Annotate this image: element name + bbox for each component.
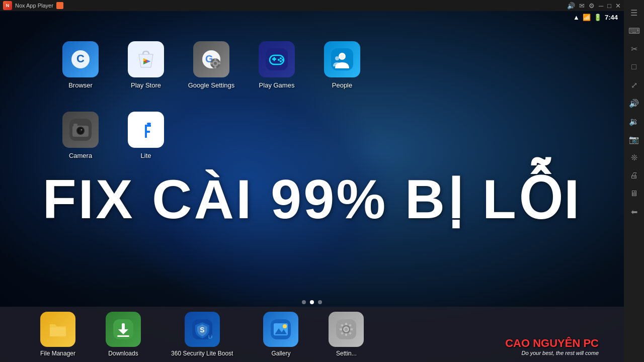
gallery-label: Gallery bbox=[271, 350, 290, 357]
wifi-icon: ▲ bbox=[573, 14, 580, 21]
sidebar-display-icon[interactable]: 🖥 bbox=[625, 185, 642, 202]
downloads-label: Downloads bbox=[108, 350, 138, 357]
sidebar-volume-low-icon[interactable]: 🔉 bbox=[625, 113, 642, 130]
playstore-label: Play Store bbox=[131, 81, 161, 89]
sidebar-menu-icon[interactable]: ☰ bbox=[625, 4, 642, 21]
svg-rect-55 bbox=[345, 333, 347, 336]
volume-icon[interactable]: 🔊 bbox=[567, 2, 575, 10]
sidebar-print-icon[interactable]: 🖨 bbox=[625, 167, 642, 184]
svg-rect-32 bbox=[73, 124, 77, 126]
dock-360security[interactable]: S Lite 360 Security Lite Boost bbox=[171, 312, 233, 357]
security360-label: 360 Security Lite Boost bbox=[171, 350, 233, 357]
svg-rect-43 bbox=[117, 335, 129, 337]
svg-point-25 bbox=[335, 56, 339, 60]
svg-rect-54 bbox=[345, 323, 347, 325]
app-gsettings[interactable]: G Google Settings bbox=[181, 41, 242, 107]
svg-rect-56 bbox=[340, 328, 342, 330]
dock-gallery[interactable]: Gallery bbox=[263, 312, 298, 357]
watermark-subtitle: Do your best, the rest will come bbox=[505, 350, 599, 356]
app-camera[interactable]: Camera bbox=[50, 112, 111, 177]
downloads-icon bbox=[106, 312, 141, 347]
overlay-main-text: FIX CÀI 99% BỊ LỖI bbox=[42, 168, 581, 230]
sidebar-expand-icon[interactable]: ⤢ bbox=[625, 76, 642, 94]
sidebar-scissors-icon[interactable]: ✂ bbox=[625, 40, 642, 57]
watermark: CAO NGUYÊN PC Do your best, the rest wil… bbox=[505, 337, 599, 356]
svg-rect-15 bbox=[266, 48, 288, 70]
battery-icon: 🔋 bbox=[594, 14, 602, 21]
fblite-label: Lite bbox=[141, 152, 151, 159]
sidebar-back-icon[interactable]: ⬅ bbox=[625, 203, 642, 220]
playgames-icon bbox=[259, 41, 295, 77]
titlebar-controls: 🔊 ✉ ⚙ ─ □ ✕ bbox=[567, 2, 621, 10]
svg-point-22 bbox=[278, 59, 280, 61]
svg-rect-39 bbox=[50, 327, 66, 336]
dock-downloads[interactable]: Downloads bbox=[106, 312, 141, 357]
people-label: People bbox=[332, 81, 352, 89]
settings-dock-label: Settin... bbox=[336, 350, 357, 357]
clock: 7:44 bbox=[605, 14, 618, 21]
sidebar-keyboard-icon[interactable]: ⌨ bbox=[625, 22, 642, 39]
gallery-icon bbox=[263, 312, 298, 347]
filemanager-icon bbox=[40, 312, 75, 347]
browser-label: Browser bbox=[68, 81, 93, 89]
watermark-title: CAO NGUYÊN PC bbox=[505, 337, 599, 350]
page-indicator bbox=[302, 300, 322, 304]
right-sidebar: ☰ ⌨ ✂ □ ⤢ 🔊 🔉 📷 ❊ 🖨 🖥 ⬅ bbox=[624, 0, 644, 362]
app-browser[interactable]: C Browser bbox=[50, 41, 111, 107]
page-dot-2[interactable] bbox=[310, 300, 314, 304]
status-bar: ▲ 📶 🔋 7:44 bbox=[0, 11, 624, 23]
minimize-button[interactable]: ─ bbox=[599, 2, 603, 10]
app-fblite[interactable]: Lite bbox=[116, 112, 176, 177]
playstore-icon bbox=[128, 41, 164, 77]
titlebar-left: N Nox App Player bbox=[3, 1, 63, 10]
svg-point-53 bbox=[345, 328, 348, 331]
app-people[interactable]: People bbox=[312, 41, 372, 107]
maximize-button[interactable]: □ bbox=[607, 2, 611, 10]
sidebar-volume-high-icon[interactable]: 🔊 bbox=[625, 95, 642, 112]
camera-label: Camera bbox=[69, 152, 92, 159]
filemanager-label: File Manager bbox=[40, 350, 75, 357]
sidebar-screen-icon[interactable]: □ bbox=[625, 58, 642, 75]
svg-rect-35 bbox=[145, 125, 151, 127]
dock-settings[interactable]: Settin... bbox=[329, 312, 364, 357]
nox-logo: N bbox=[3, 1, 12, 10]
gsettings-icon: G bbox=[193, 41, 229, 77]
svg-rect-11 bbox=[214, 58, 216, 60]
page-dot-3[interactable] bbox=[318, 300, 322, 304]
page-dot-1[interactable] bbox=[302, 300, 306, 304]
svg-point-19 bbox=[280, 57, 282, 59]
settings-dock-icon bbox=[329, 312, 364, 347]
svg-point-20 bbox=[282, 59, 284, 61]
svg-rect-13 bbox=[210, 62, 212, 64]
svg-text:S: S bbox=[200, 326, 204, 334]
svg-point-31 bbox=[81, 129, 83, 131]
browser-icon: C bbox=[62, 41, 99, 77]
svg-point-10 bbox=[214, 62, 217, 65]
titlebar: N Nox App Player 🔊 ✉ ⚙ ─ □ ✕ bbox=[0, 0, 624, 11]
svg-rect-34 bbox=[147, 123, 151, 125]
sidebar-freeze-icon[interactable]: ❊ bbox=[625, 149, 642, 166]
svg-point-50 bbox=[283, 324, 287, 328]
titlebar-badge bbox=[56, 2, 63, 9]
people-icon bbox=[324, 41, 360, 77]
svg-rect-18 bbox=[274, 57, 275, 61]
app-grid: C Browser Play Store bbox=[50, 41, 372, 177]
svg-point-21 bbox=[280, 60, 282, 62]
sidebar-camera-icon[interactable]: 📷 bbox=[625, 131, 642, 148]
svg-rect-37 bbox=[145, 131, 150, 133]
playgames-label: Play Games bbox=[259, 81, 295, 89]
app-title: Nox App Player bbox=[15, 3, 53, 9]
fblite-icon bbox=[128, 112, 164, 148]
security360-icon: S Lite bbox=[185, 312, 220, 347]
dock-filemanager[interactable]: File Manager bbox=[40, 312, 75, 357]
emulator-screen: ▲ 📶 🔋 7:44 C Browser bbox=[0, 11, 624, 362]
close-button[interactable]: ✕ bbox=[615, 2, 621, 10]
settings-icon[interactable]: ⚙ bbox=[589, 2, 595, 10]
gsettings-label: Google Settings bbox=[188, 81, 235, 89]
svg-point-24 bbox=[339, 53, 346, 60]
app-playgames[interactable]: Play Games bbox=[247, 41, 307, 107]
camera-icon bbox=[62, 112, 99, 148]
app-playstore[interactable]: Play Store bbox=[116, 41, 176, 107]
email-icon[interactable]: ✉ bbox=[579, 2, 585, 10]
svg-text:Lite: Lite bbox=[208, 334, 212, 339]
